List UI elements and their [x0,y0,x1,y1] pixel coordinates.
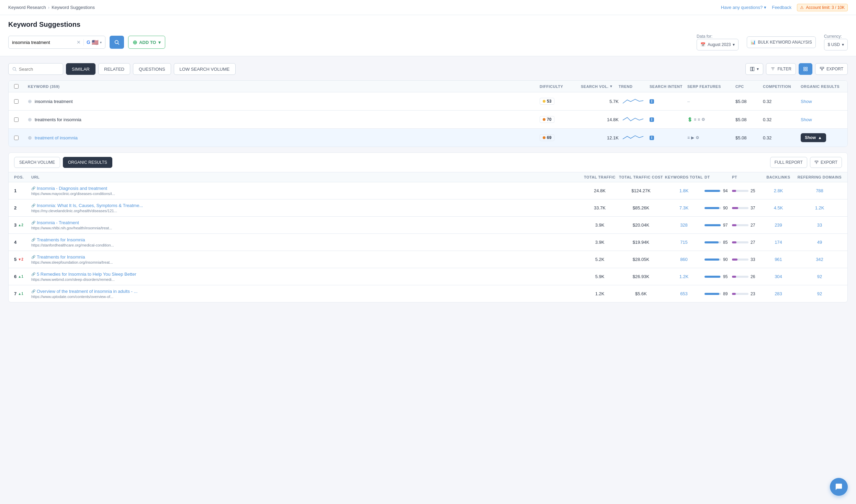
add-keyword-icon[interactable]: ⊕ [28,99,32,104]
traffic-cost-cell: $20.04K [619,222,663,228]
ref-domains-cell[interactable]: 33 [797,222,842,228]
ref-domains-cell[interactable]: 92 [797,291,842,296]
keyword-link[interactable]: treatment of insomnia [35,135,78,140]
row-checkbox[interactable] [14,99,19,104]
table-row: ⊕ treatments for insomnia 70 14.8K I 💲 [9,111,847,129]
show-link[interactable]: Show [801,99,812,104]
tab-similar[interactable]: SIMILAR [66,63,95,75]
row-checkbox[interactable] [14,136,19,140]
keywords-total-cell[interactable]: 860 [663,257,705,262]
tab-low-search-volume[interactable]: LOW SEARCH VOLUME [174,63,236,75]
organic-results-cell[interactable]: Show [801,117,842,122]
export-organic-button[interactable]: EXPORT [810,157,842,168]
plus-icon: ⊕ [133,39,137,46]
add-keyword-icon[interactable]: ⊕ [28,117,32,122]
result-title-link[interactable]: 🔗 Insomnia - Diagnosis and treatment [31,186,581,191]
serp-dash: – [687,99,690,104]
traffic-cost-cell: $124.27K [619,188,663,193]
filter-search-input[interactable] [19,67,59,72]
dt-bar-bg [705,259,721,261]
row-checkbox-wrap[interactable] [14,136,28,140]
select-all-checkbox[interactable] [14,84,19,89]
dt-bar-fill [705,259,719,261]
organic-tabs: SEARCH VOLUME ORGANIC RESULTS FULL REPOR… [9,153,847,172]
ref-domains-cell[interactable]: 1.2K [797,205,842,210]
url-cell: 🔗 Insomnia - Treatment https://www.nhlbi… [31,220,581,230]
top-nav-right: Have any questions? ▾ Feedback ⚠ Account… [721,4,848,11]
keywords-total-cell[interactable]: 1.2K [663,274,705,279]
ref-domains-cell[interactable]: 49 [797,240,842,245]
columns-button[interactable]: ▾ [745,63,763,75]
keywords-total-cell[interactable]: 7.3K [663,205,705,210]
row-checkbox-wrap[interactable] [14,99,28,104]
add-keyword-icon[interactable]: ⊕ [28,135,32,140]
backlinks-cell[interactable]: 283 [759,291,797,296]
backlinks-cell[interactable]: 4.5K [759,205,797,210]
row-checkbox-wrap[interactable] [14,117,28,122]
currency-selector[interactable]: $ USD ▾ [824,39,848,50]
cpc-cell: $5.08 [735,99,763,104]
traffic-cell: 24.8K [581,188,619,193]
chevron-down-icon: ▾ [842,42,844,47]
keywords-total-cell[interactable]: 715 [663,240,705,245]
organic-results-cell[interactable]: Show [801,99,842,104]
result-url: https://www.mayoclinic.org/diseases-cond… [31,192,581,196]
dt-bar-bg [705,276,721,278]
have-questions-link[interactable]: Have any questions? ▾ [721,5,766,10]
filter-button[interactable]: FILTER [766,63,796,75]
view-toggle-button[interactable] [799,63,812,75]
result-title-link[interactable]: 🔗 Treatments for Insomnia [31,254,581,260]
row-checkbox[interactable] [14,117,19,122]
backlinks-cell[interactable]: 304 [759,274,797,279]
dt-bar-fill [705,293,719,295]
tab-questions[interactable]: QUESTIONS [133,63,171,75]
external-link-icon: 🔗 [31,238,35,242]
pt-cell: 27 [732,223,759,228]
add-to-button[interactable]: ⊕ ADD TO ▾ [128,36,165,49]
result-title-link[interactable]: 🔗 Overview of the treatment of insomnia … [31,289,581,294]
ref-domains-cell[interactable]: 92 [797,274,842,279]
result-title-link[interactable]: 🔗 Insomnia: What It Is, Causes, Symptoms… [31,203,581,208]
ref-domains-cell[interactable]: 788 [797,188,842,193]
serp-related-icon: ⚙ [696,135,699,140]
result-title-link[interactable]: 🔗 Treatments for Insomnia [31,237,581,242]
backlinks-cell[interactable]: 961 [759,257,797,262]
result-title-link[interactable]: 🔗 Insomnia - Treatment [31,220,581,225]
show-link[interactable]: Show [801,117,812,122]
full-report-button[interactable]: FULL REPORT [770,157,807,168]
google-flag-selector[interactable]: G 🇺🇸 ▾ [83,39,102,46]
keywords-total-cell[interactable]: 1.8K [663,188,705,193]
keywords-total-cell[interactable]: 653 [663,291,705,296]
pos-cell: 1 [14,188,31,193]
intent-badge: I [650,136,654,140]
keywords-total-cell[interactable]: 328 [663,222,705,228]
export-button[interactable]: EXPORT [815,63,848,75]
breadcrumb-keyword-research[interactable]: Keyword Research [8,5,46,10]
difficulty-cell: 70 [540,116,581,123]
select-all-checkbox-wrap[interactable] [14,84,28,89]
tab-organic-results[interactable]: ORGANIC RESULTS [63,157,112,168]
keyword-search-input[interactable] [12,40,74,45]
search-vol-cell: 5.7K [581,99,619,104]
feedback-button[interactable]: Feedback [772,5,791,10]
backlinks-cell[interactable]: 239 [759,222,797,228]
tab-related[interactable]: RELATED [98,63,130,75]
result-title-link[interactable]: 🔗 5 Remedies for Insomnia to Help You Sl… [31,272,581,277]
organic-results-cell[interactable]: Show ▲ [801,133,842,142]
col-trend: TREND [619,84,650,89]
search-button[interactable] [110,36,124,49]
dt-bar-fill [705,207,719,209]
svg-rect-4 [751,67,752,71]
keyword-filter-wrap [8,63,63,75]
clear-search-icon[interactable]: ✕ [77,39,81,45]
serp-related-icon: ⚙ [701,117,705,122]
show-expanded-button[interactable]: Show ▲ [801,133,826,142]
date-selector[interactable]: 📅 August 2023 ▾ [697,39,739,50]
tab-search-volume[interactable]: SEARCH VOLUME [14,157,60,168]
backlinks-cell[interactable]: 174 [759,240,797,245]
backlinks-cell[interactable]: 2.8K [759,188,797,193]
traffic-cell: 3.9K [581,222,619,228]
bulk-keyword-analysis-button[interactable]: 📊 BULK KEYWORD ANALYSIS [747,36,815,48]
dt-cell: 90 [705,206,732,210]
ref-domains-cell[interactable]: 342 [797,257,842,262]
